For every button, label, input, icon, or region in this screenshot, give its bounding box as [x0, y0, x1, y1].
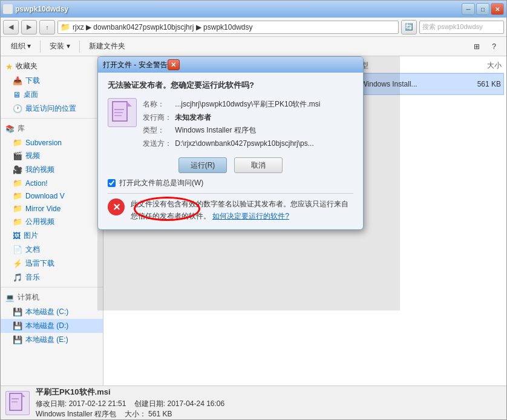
- cancel-button[interactable]: 取消: [234, 157, 283, 173]
- download-v-icon: 📁: [13, 191, 22, 200]
- field-from-value: D:\rjxz\downbank0427pswpk10bjscjhrj\ps..…: [175, 139, 313, 148]
- music-icon: 🎵: [13, 273, 22, 282]
- download-folder-icon: 📥: [13, 76, 22, 85]
- disk-e-label: 本地磁盘 (E:): [25, 335, 68, 345]
- address-text: rjxz ▶ downbank0427pswpk10bjscjhrj ▶ psw…: [73, 23, 252, 31]
- status-info: 平刷王PK10软件.msi 修改日期: 2017-02-12 21:51 创建日…: [36, 387, 224, 419]
- security-warning-text: 此文件没有包含有效的数字签名以验证其发布者。您应该只运行来自您信任的发布者的软件…: [131, 199, 353, 221]
- dialog-divider: [108, 193, 353, 194]
- action-label: Action!: [25, 179, 48, 188]
- dialog-title-bar: 打开文件 - 安全警告 ✕: [98, 57, 363, 73]
- view-button[interactable]: ⊞: [468, 39, 485, 54]
- my-video-label: 我的视频: [25, 165, 54, 175]
- svg-rect-7: [11, 398, 19, 399]
- toolbar: 组织 ▾ 安装 ▾ 新建文件夹 ⊞ ?: [1, 37, 506, 56]
- sidebar-divider-1: [1, 118, 103, 119]
- warning-icon: ✕: [108, 199, 125, 215]
- thunder-label: 迅雷下载: [25, 258, 54, 269]
- always-ask-checkbox[interactable]: [108, 179, 116, 187]
- star-icon: ★: [5, 62, 13, 71]
- minimize-button[interactable]: ─: [462, 3, 475, 15]
- title-bar-buttons: ─ □ ✕: [462, 3, 504, 15]
- svg-marker-6: [22, 393, 25, 397]
- sidebar-item-video[interactable]: 🎬 视频: [1, 149, 103, 163]
- run-button[interactable]: 运行(R): [178, 157, 227, 173]
- forward-button[interactable]: ▶: [21, 20, 37, 34]
- sidebar-item-recent[interactable]: 🕐 最近访问的位置: [1, 102, 103, 116]
- dialog-body: 无法验证发布者。您确定要运行此软件吗? 名称：: [98, 73, 363, 229]
- computer-section: 💻 计算机 💾 本地磁盘 (C:) 💾 本地磁盘 (D:) 💾 本地磁盘 (E:…: [1, 290, 103, 347]
- title-bar: pswpk10dwdsy ─ □ ✕: [1, 1, 506, 18]
- main-window: pswpk10dwdsy ─ □ ✕ ◀ ▶ ↑ 📁 rjxz ▶ downba…: [0, 0, 507, 420]
- sidebar-item-download[interactable]: 📥 下载: [1, 74, 103, 88]
- favorites-header[interactable]: ★ 收藏夹: [1, 59, 103, 74]
- documents-icon: 📄: [13, 245, 22, 254]
- header-size: 大小: [453, 61, 502, 71]
- help-button[interactable]: ?: [486, 39, 502, 54]
- field-publisher-value: 未知发布者: [175, 113, 211, 122]
- sidebar-item-desktop[interactable]: 🖥 桌面: [1, 88, 103, 102]
- window-title: pswpk10dwdsy: [15, 5, 462, 13]
- mirror-video-label: Mirror Vide: [25, 205, 61, 213]
- security-warning-link[interactable]: 如何决定要运行的软件?: [212, 212, 289, 220]
- computer-header[interactable]: 💻 计算机: [1, 290, 103, 305]
- dialog-close-button[interactable]: ✕: [168, 59, 180, 70]
- install-button[interactable]: 安装 ▾: [44, 39, 75, 54]
- address-path[interactable]: 📁 rjxz ▶ downbank0427pswpk10bjscjhrj ▶ p…: [57, 21, 399, 34]
- field-from-label: 发送方：: [143, 137, 173, 151]
- public-video-icon: 📁: [13, 217, 22, 226]
- refresh-button[interactable]: 🔄: [401, 20, 417, 34]
- status-type: Windows Installer 程序包: [36, 410, 116, 418]
- recent-icon: 🕐: [13, 104, 22, 113]
- documents-label: 文档: [25, 244, 40, 255]
- sidebar-item-mirror-video[interactable]: 📁 Mirror Vide: [1, 202, 103, 215]
- disk-d-icon: 💾: [13, 321, 22, 330]
- sidebar-item-thunder[interactable]: ⚡ 迅雷下载: [1, 257, 103, 271]
- search-box[interactable]: 搜索 pswpk10dwdsy: [419, 21, 504, 34]
- status-type-size: Windows Installer 程序包 大小： 561 KB: [36, 409, 224, 419]
- organize-button[interactable]: 组织 ▾: [5, 39, 36, 54]
- dialog-checkbox-row: 打开此文件前总是询问(W): [108, 178, 353, 188]
- back-button[interactable]: ◀: [3, 20, 19, 34]
- close-button[interactable]: ✕: [491, 3, 504, 15]
- sidebar-item-download-v[interactable]: 📁 Download V: [1, 189, 103, 202]
- search-placeholder: 搜索 pswpk10dwdsy: [422, 22, 483, 31]
- toolbar-separator: [40, 41, 41, 53]
- toolbar-separator-2: [79, 41, 80, 53]
- dialog-buttons: 运行(R) 取消: [108, 157, 353, 173]
- sidebar-item-pictures[interactable]: 🖼 图片: [1, 229, 103, 243]
- svg-rect-12: [114, 112, 123, 113]
- sidebar-item-my-video[interactable]: 🎥 我的视频: [1, 163, 103, 177]
- desktop-icon: 🖥: [13, 90, 21, 99]
- status-size-value: 561 KB: [148, 410, 172, 418]
- sidebar-item-action[interactable]: 📁 Action!: [1, 177, 103, 189]
- sidebar-item-disk-c[interactable]: 💾 本地磁盘 (C:): [1, 305, 103, 319]
- svg-rect-8: [11, 401, 18, 402]
- dialog-msi-icon: [108, 98, 137, 127]
- subversion-icon: 📁: [13, 138, 22, 147]
- sidebar-item-disk-e[interactable]: 💾 本地磁盘 (E:): [1, 333, 103, 347]
- field-type-row: 类型： Windows Installer 程序包: [143, 124, 353, 137]
- field-type-value: Windows Installer 程序包: [175, 126, 255, 134]
- maximize-button[interactable]: □: [476, 3, 489, 15]
- subversion-label: Subversion: [25, 139, 62, 147]
- new-folder-button[interactable]: 新建文件夹: [83, 39, 131, 54]
- sidebar-item-subversion[interactable]: 📁 Subversion: [1, 136, 103, 149]
- field-publisher-row: 发行商： 未知发布者: [143, 111, 353, 125]
- video-label: 视频: [25, 151, 40, 161]
- svg-rect-11: [114, 109, 124, 110]
- action-icon: 📁: [13, 179, 22, 188]
- up-button[interactable]: ↑: [39, 20, 55, 34]
- dialog-warning-text: 无法验证发布者。您确定要运行此软件吗?: [108, 80, 353, 91]
- sidebar-item-disk-d[interactable]: 💾 本地磁盘 (D:): [1, 319, 103, 333]
- sidebar-item-public-video[interactable]: 📁 公用视频: [1, 215, 103, 229]
- window-icon: [3, 4, 13, 14]
- computer-label: 计算机: [18, 292, 39, 303]
- disk-c-icon: 💾: [13, 307, 22, 317]
- sidebar-item-music[interactable]: 🎵 音乐: [1, 271, 103, 284]
- pictures-icon: 🖼: [13, 231, 21, 240]
- svg-rect-13: [114, 115, 122, 116]
- checkbox-label: 打开此文件前总是询问(W): [119, 178, 203, 188]
- sidebar-item-documents[interactable]: 📄 文档: [1, 243, 103, 257]
- library-header[interactable]: 📚 库: [1, 121, 103, 136]
